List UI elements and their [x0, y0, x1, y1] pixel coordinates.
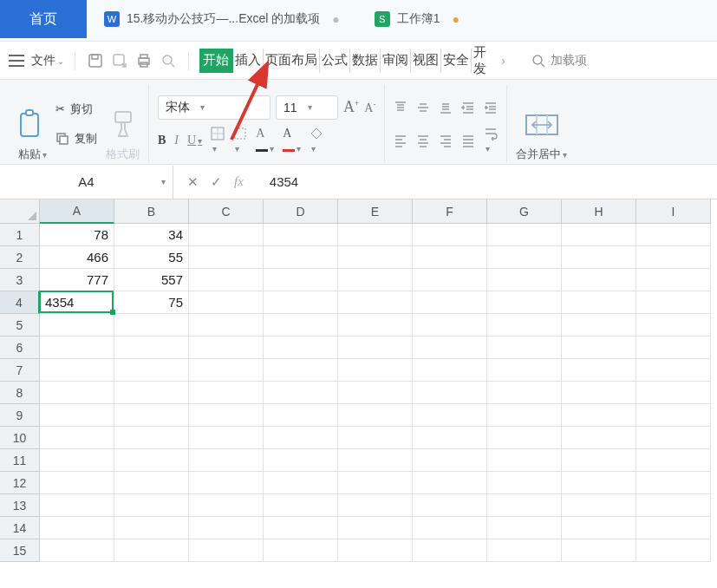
cell[interactable] [189, 517, 264, 539]
justify-icon[interactable] [461, 134, 475, 147]
cell[interactable] [487, 382, 562, 404]
cell[interactable] [40, 336, 114, 359]
cell[interactable] [636, 359, 711, 382]
cell-area[interactable]: 783446655777557435475 [40, 224, 717, 562]
cell[interactable] [562, 224, 636, 246]
cell[interactable] [562, 246, 636, 269]
row-header-8[interactable]: 8 [0, 382, 40, 404]
cell[interactable] [338, 224, 413, 246]
cell[interactable] [487, 224, 562, 246]
cell[interactable] [413, 517, 487, 539]
cell[interactable] [413, 494, 487, 517]
row-header-13[interactable]: 13 [0, 494, 40, 517]
cell[interactable] [338, 336, 413, 359]
ribbon-tab-dev[interactable]: 开发 [472, 49, 498, 73]
cell[interactable] [189, 404, 264, 427]
cell[interactable] [562, 517, 636, 539]
formula-value[interactable]: 4354 [257, 174, 298, 189]
font-color-button[interactable]: A▾ [283, 126, 301, 154]
decrease-indent-icon[interactable] [461, 101, 475, 114]
cell[interactable] [264, 336, 338, 359]
cell[interactable] [189, 472, 264, 494]
cell[interactable] [114, 336, 189, 359]
cell[interactable] [189, 427, 264, 449]
cell[interactable] [338, 404, 413, 427]
cell[interactable] [338, 472, 413, 494]
cell[interactable] [413, 539, 487, 562]
cell[interactable] [636, 291, 711, 314]
cell[interactable] [562, 494, 636, 517]
col-header-H[interactable]: H [562, 199, 636, 224]
italic-button[interactable]: I [174, 134, 179, 147]
save-as-icon[interactable] [110, 51, 129, 70]
cell[interactable] [487, 246, 562, 269]
cell[interactable] [636, 314, 711, 336]
cell[interactable] [264, 359, 338, 382]
cell[interactable] [562, 449, 636, 472]
increase-indent-icon[interactable] [484, 101, 498, 114]
cell[interactable]: 777 [40, 269, 114, 291]
cell[interactable] [562, 539, 636, 562]
tab-home[interactable]: 首页 [0, 0, 87, 38]
cell[interactable] [338, 494, 413, 517]
cell[interactable] [487, 449, 562, 472]
ribbon-tab-view[interactable]: 视图 [411, 49, 441, 73]
cell[interactable] [338, 427, 413, 449]
cell[interactable] [338, 269, 413, 291]
cell[interactable] [40, 494, 114, 517]
cell[interactable] [264, 472, 338, 494]
name-box[interactable]: A4 ▾ [0, 166, 173, 199]
cell[interactable] [636, 539, 711, 562]
cell[interactable] [40, 517, 114, 539]
cell[interactable] [636, 427, 711, 449]
select-all-corner[interactable] [0, 199, 40, 224]
cell[interactable] [189, 336, 264, 359]
align-center-icon[interactable] [416, 134, 430, 147]
border-button[interactable]: ▾ [211, 127, 225, 154]
col-header-A[interactable]: A [40, 199, 114, 224]
row-header-15[interactable]: 15 [0, 539, 40, 562]
cell[interactable] [114, 494, 189, 517]
cell[interactable] [562, 314, 636, 336]
cancel-edit-icon[interactable]: ✕ [187, 174, 199, 190]
cell[interactable] [338, 449, 413, 472]
cell[interactable] [40, 314, 114, 336]
cell[interactable] [562, 472, 636, 494]
decrease-font-icon[interactable]: A- [364, 100, 375, 115]
cell[interactable]: 34 [114, 224, 189, 246]
cell[interactable] [114, 449, 189, 472]
cell-style-button[interactable]: ▾ [310, 127, 323, 154]
cell[interactable] [636, 404, 711, 427]
cell[interactable] [40, 382, 114, 404]
confirm-edit-icon[interactable]: ✓ [211, 174, 222, 190]
cell[interactable] [264, 269, 338, 291]
cell[interactable] [487, 291, 562, 314]
cell[interactable] [413, 224, 487, 246]
cell[interactable] [189, 314, 264, 336]
cell[interactable] [636, 517, 711, 539]
align-bottom-icon[interactable] [439, 101, 453, 114]
ribbon-tab-data[interactable]: 数据 [350, 49, 381, 73]
cell[interactable]: 557 [114, 269, 189, 291]
row-header-2[interactable]: 2 [0, 246, 40, 269]
cell[interactable] [264, 449, 338, 472]
ribbon-tab-review[interactable]: 审阅 [381, 49, 411, 73]
cell[interactable] [487, 336, 562, 359]
cell[interactable] [338, 382, 413, 404]
row-header-5[interactable]: 5 [0, 314, 40, 336]
cell[interactable] [264, 494, 338, 517]
row-header-14[interactable]: 14 [0, 517, 40, 539]
cell[interactable] [264, 382, 338, 404]
cell[interactable] [189, 382, 264, 404]
align-middle-icon[interactable] [416, 101, 430, 114]
cell[interactable] [114, 539, 189, 562]
cell[interactable] [413, 472, 487, 494]
cell[interactable] [636, 449, 711, 472]
row-header-4[interactable]: 4 [0, 291, 40, 314]
cell[interactable] [114, 382, 189, 404]
cell[interactable] [264, 246, 338, 269]
cell[interactable] [562, 269, 636, 291]
cell[interactable] [40, 427, 114, 449]
increase-font-icon[interactable]: A+ [343, 98, 359, 116]
cell[interactable] [487, 269, 562, 291]
